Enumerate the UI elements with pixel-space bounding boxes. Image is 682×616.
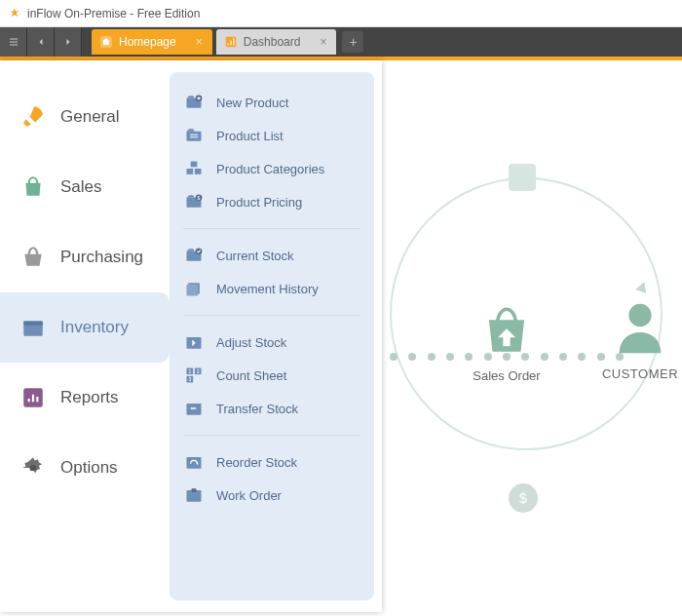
svg-point-2 — [628, 304, 651, 327]
sub-label: Work Order — [216, 488, 282, 503]
nav-label: General — [60, 107, 119, 127]
sub-item-count-sheet[interactable]: 123 Count Sheet — [179, 359, 364, 392]
svg-rect-14 — [191, 162, 198, 168]
money-node: $ — [509, 483, 538, 513]
sub-label: Transfer Stock — [216, 402, 298, 416]
sub-label: Product Pricing — [216, 195, 302, 210]
basket-icon — [19, 244, 47, 271]
rocket-icon — [19, 103, 47, 131]
workspace: $ Sales Order CUSTOMER — [0, 60, 682, 614]
svg-rect-23 — [187, 285, 199, 296]
nav-item-general[interactable]: General — [0, 82, 170, 152]
sub-item-movement-history[interactable]: Movement History — [179, 272, 364, 305]
svg-text:3: 3 — [188, 376, 191, 382]
submenu-divider — [183, 315, 360, 316]
count-icon: 123 — [183, 365, 205, 386]
shopping-bag-icon — [478, 302, 535, 359]
new-tab-button[interactable]: + — [342, 31, 363, 53]
workflow-diagram: $ Sales Order CUSTOMER — [390, 99, 682, 509]
nav-back-button[interactable] — [27, 27, 55, 57]
svg-text:1: 1 — [188, 368, 191, 374]
nav-item-reports[interactable]: Reports — [0, 363, 170, 433]
nav-label: Inventory — [60, 318, 129, 337]
hamburger-button[interactable] — [0, 27, 27, 57]
nav-forward-button[interactable] — [55, 27, 82, 57]
gear-icon — [19, 454, 47, 481]
sub-label: Product Categories — [216, 162, 324, 176]
svg-rect-34 — [192, 488, 197, 491]
svg-rect-13 — [187, 132, 202, 141]
reorder-icon — [183, 451, 205, 473]
inventory-submenu: New Product Product List Product Categor… — [170, 72, 374, 600]
svg-text:$: $ — [198, 195, 201, 201]
history-icon — [183, 278, 205, 299]
nav-item-inventory[interactable]: Inventory — [0, 292, 170, 363]
sub-item-product-list[interactable]: Product List — [179, 119, 364, 152]
tab-strip: Homepage × Dashboard × + — [0, 27, 682, 57]
svg-rect-15 — [187, 169, 194, 174]
submenu-divider — [183, 228, 360, 229]
tab-dashboard[interactable]: Dashboard × — [216, 29, 337, 55]
sub-item-transfer-stock[interactable]: Transfer Stock — [179, 392, 364, 425]
nav-item-sales[interactable]: Sales — [0, 152, 170, 222]
svg-rect-16 — [195, 169, 202, 174]
submenu-divider — [183, 435, 360, 436]
nav-label: Options — [60, 458, 118, 478]
tab-label: Dashboard — [244, 35, 301, 49]
sales-order-node[interactable]: Sales Order — [468, 302, 546, 383]
sub-label: Reorder Stock — [216, 455, 297, 470]
sub-label: Current Stock — [216, 249, 293, 263]
sub-item-reorder-stock[interactable]: Reorder Stock — [179, 445, 364, 479]
main-menu-panel: General Sales Purchasing Inventory — [0, 60, 382, 612]
dashboard-icon — [224, 35, 238, 49]
svg-rect-32 — [187, 457, 202, 469]
sub-item-current-stock[interactable]: Current Stock — [179, 239, 364, 272]
svg-rect-8 — [23, 322, 43, 326]
folder-check-icon — [183, 245, 205, 266]
sub-label: Count Sheet — [216, 368, 286, 383]
home-icon — [99, 35, 113, 49]
work-order-icon — [183, 484, 205, 506]
nav-label: Sales — [60, 177, 102, 197]
tab-homepage[interactable]: Homepage × — [92, 29, 212, 55]
box-icon — [19, 314, 47, 341]
svg-text:2: 2 — [197, 368, 200, 374]
close-icon[interactable]: × — [320, 35, 326, 49]
sub-item-adjust-stock[interactable]: Adjust Stock — [179, 326, 364, 359]
main-nav: General Sales Purchasing Inventory — [0, 60, 170, 612]
customer-label: CUSTOMER — [596, 366, 682, 381]
nav-label: Purchasing — [60, 248, 143, 267]
sub-label: New Product — [216, 96, 288, 110]
folder-dollar-icon: $ — [183, 191, 205, 212]
bar-chart-icon — [19, 384, 47, 411]
sales-order-label: Sales Order — [468, 368, 546, 383]
folder-plus-icon — [183, 92, 205, 113]
app-logo-icon — [8, 7, 21, 20]
nav-item-options[interactable]: Options — [0, 433, 170, 503]
nav-item-purchasing[interactable]: Purchasing — [0, 222, 170, 292]
window-title-bar: inFlow On-Premise - Free Edition — [0, 0, 682, 27]
node-top — [509, 164, 536, 191]
sub-item-work-order[interactable]: Work Order — [179, 479, 364, 512]
sub-label: Movement History — [216, 282, 319, 296]
sub-item-product-categories[interactable]: Product Categories — [179, 152, 364, 185]
tab-label: Homepage — [119, 35, 176, 49]
nav-label: Reports — [60, 388, 119, 407]
sub-label: Adjust Stock — [216, 335, 286, 350]
sub-item-new-product[interactable]: New Product — [179, 86, 364, 119]
person-icon — [610, 298, 670, 359]
close-icon[interactable]: × — [196, 35, 203, 49]
window-title: inFlow On-Premise - Free Edition — [27, 7, 200, 20]
shopping-bag-icon — [19, 173, 47, 201]
boxes-icon — [183, 158, 205, 179]
transfer-icon — [183, 398, 205, 419]
folder-list-icon — [183, 125, 205, 146]
customer-node[interactable]: CUSTOMER — [596, 298, 682, 381]
svg-rect-33 — [187, 490, 202, 502]
sub-item-product-pricing[interactable]: $ Product Pricing — [179, 185, 364, 218]
adjust-icon — [183, 331, 205, 353]
sub-label: Product List — [216, 129, 284, 143]
